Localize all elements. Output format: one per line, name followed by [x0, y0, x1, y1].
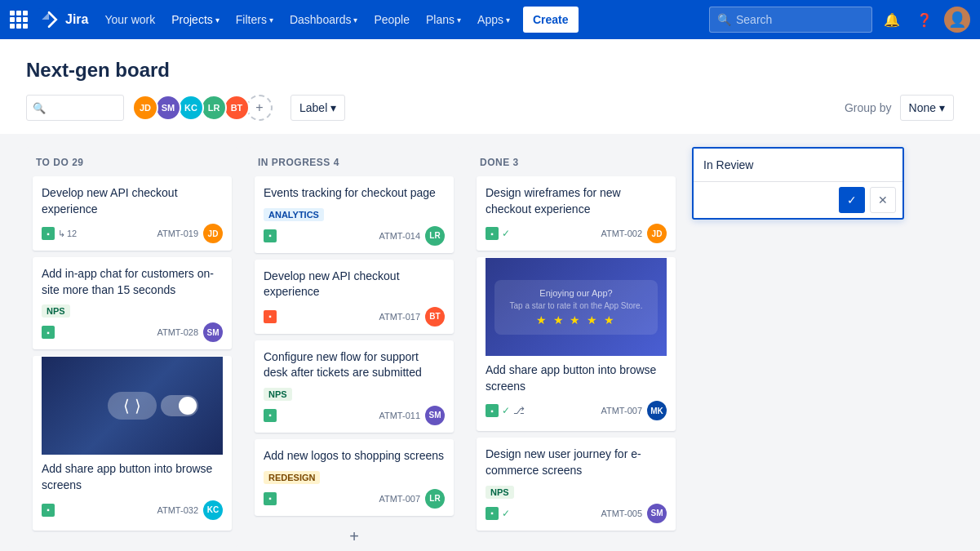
- card-design-journey[interactable]: Design new user journey for e-commerce s…: [477, 438, 676, 530]
- story-icon: ▪: [42, 326, 55, 339]
- avatar-4[interactable]: LR: [201, 95, 227, 121]
- confirm-column-button[interactable]: ✓: [839, 187, 865, 213]
- plans-nav[interactable]: Plans ▾: [419, 0, 468, 39]
- cancel-column-button[interactable]: ✕: [870, 187, 896, 213]
- search-icon: 🔍: [717, 13, 731, 26]
- board-header: Next-gen board 🔍 JD SM KC LR BT + Label …: [0, 39, 980, 134]
- help-button[interactable]: ❓: [911, 7, 938, 33]
- card-title: Develop new API checkout experience: [264, 269, 445, 300]
- card-footer: ▪ ATMT-028 SM: [42, 322, 223, 342]
- filters-chevron: ▾: [269, 16, 273, 24]
- card-icons: ▪ ✓: [486, 227, 510, 240]
- groupby-label: Group by: [845, 101, 892, 114]
- filter-search-wrap: 🔍: [26, 95, 124, 121]
- board-body: TO DO 29 Develop new API checkout experi…: [0, 134, 980, 551]
- card-title: Add new logos to shopping screens: [264, 448, 445, 464]
- board-toolbar: 🔍 JD SM KC LR BT + Label ▾ Group by None…: [26, 95, 954, 121]
- tag-redesign: REDESIGN: [264, 471, 320, 484]
- card-footer: ▪ ATMT-014 LR: [264, 226, 445, 246]
- card-configure-flow[interactable]: Configure new flow for support desk afte…: [255, 340, 454, 433]
- card-avatar: SM: [647, 504, 667, 523]
- card-share-app-todo[interactable]: ⟨ ⟩ Add share app button into browse scr…: [33, 356, 232, 530]
- card-icons: ▪ ✓: [486, 507, 510, 520]
- card-title: Events tracking for checkout page: [264, 185, 445, 202]
- card-footer: ▪ ✓ ⎇ ATMT-007 MK: [486, 401, 667, 420]
- column-inprogress: IN PROGRESS 4 Events tracking for checko…: [248, 147, 460, 551]
- card-id: ATMT-007: [379, 494, 420, 504]
- card-id: ATMT-017: [379, 312, 420, 322]
- add-member-button[interactable]: +: [246, 95, 273, 121]
- inreview-actions: ✓ ✕: [694, 181, 902, 218]
- card-events-tracking[interactable]: Events tracking for checkout page ANALYT…: [255, 176, 454, 253]
- tag-analytics: ANALYTICS: [264, 208, 324, 221]
- card-footer: ▪ ↳ 12 ATMT-019 JD: [42, 224, 223, 243]
- card-title: Design new user journey for e-commerce s…: [486, 447, 667, 478]
- card-add-logos[interactable]: Add new logos to shopping screens REDESI…: [255, 439, 454, 516]
- branch-icon: ⎇: [513, 405, 525, 416]
- card-title: Design wireframes for new checkout exper…: [486, 185, 667, 217]
- search-input[interactable]: [709, 7, 872, 33]
- apps-nav[interactable]: Apps ▾: [471, 0, 517, 39]
- card-icons: ▪ ✓ ⎇: [486, 404, 525, 417]
- card-avatar: BT: [425, 307, 445, 327]
- label-filter-button[interactable]: Label ▾: [290, 95, 345, 121]
- avatar-2[interactable]: SM: [155, 95, 181, 121]
- member-avatars: JD SM KC LR BT +: [132, 95, 273, 121]
- story-icon-red: ▪: [264, 310, 277, 323]
- card-icons: ▪ ↳ 12: [42, 227, 77, 240]
- card-title: Add share app button into browse screens: [42, 461, 223, 493]
- logo-text: Jira: [65, 12, 88, 27]
- column-name-input[interactable]: [694, 149, 902, 181]
- card-id: ATMT-007: [601, 406, 642, 415]
- card-image-appstore: Enjoying our App? Tap a star to rate it …: [486, 258, 667, 356]
- create-button[interactable]: Create: [523, 7, 579, 33]
- dashboards-nav[interactable]: Dashboards ▾: [283, 0, 365, 39]
- card-avatar: SM: [425, 406, 445, 425]
- card-avatar: SM: [203, 322, 223, 342]
- star-rating: ★ ★ ★ ★ ★: [536, 313, 617, 327]
- card-title: Add share app button into browse screens: [486, 362, 667, 394]
- tag-nps: NPS: [486, 486, 514, 499]
- card-share-app-done[interactable]: Enjoying our App? Tap a star to rate it …: [477, 257, 676, 431]
- filters-nav[interactable]: Filters ▾: [229, 0, 280, 39]
- your-work-nav[interactable]: Your work: [98, 0, 162, 39]
- share-icon: ⟨ ⟩: [108, 392, 157, 420]
- card-avatar: KC: [203, 500, 223, 520]
- search-wrapper: 🔍: [709, 7, 872, 33]
- column-inreview: ✓ ✕: [692, 147, 904, 220]
- label-chevron: ▾: [330, 101, 336, 114]
- subtask-count: ↳ 12: [58, 229, 77, 239]
- card-tags: ANALYTICS: [264, 208, 445, 221]
- check-icon: ✓: [502, 228, 510, 239]
- avatar-1[interactable]: JD: [132, 95, 158, 121]
- story-icon: ▪: [264, 229, 277, 242]
- waffle-icon[interactable]: [10, 11, 28, 29]
- story-icon: ▪: [264, 409, 277, 422]
- groupby-button[interactable]: None ▾: [900, 95, 954, 121]
- jira-logo[interactable]: Jira: [38, 8, 88, 31]
- card-avatar: LR: [425, 226, 445, 246]
- people-nav[interactable]: People: [367, 0, 416, 39]
- card-id: ATMT-005: [601, 509, 642, 518]
- notifications-button[interactable]: 🔔: [879, 7, 905, 33]
- card-develop-api-ip[interactable]: Develop new API checkout experience ▪ AT…: [255, 260, 454, 334]
- card-image: ⟨ ⟩: [42, 357, 223, 455]
- projects-nav[interactable]: Projects ▾: [165, 0, 226, 39]
- projects-chevron: ▾: [215, 16, 220, 24]
- user-avatar[interactable]: 👤: [944, 7, 970, 33]
- card-footer: ▪ ✓ ATMT-005 SM: [486, 504, 667, 523]
- avatar-5[interactable]: BT: [224, 95, 250, 121]
- card-id: ATMT-002: [601, 229, 642, 238]
- card-design-wireframes[interactable]: Design wireframes for new checkout exper…: [477, 176, 676, 251]
- card-id: ATMT-019: [157, 229, 198, 238]
- avatar-3[interactable]: KC: [178, 95, 204, 121]
- card-tags: REDESIGN: [264, 471, 445, 484]
- card-footer: ▪ ATMT-011 SM: [264, 406, 445, 425]
- card-in-app-chat[interactable]: Add in-app chat for customers on-site mo…: [33, 257, 232, 349]
- story-icon: ▪: [486, 507, 499, 520]
- card-id: ATMT-014: [379, 231, 420, 241]
- card-develop-api[interactable]: Develop new API checkout experience ▪ ↳ …: [33, 176, 232, 251]
- card-footer: ▪ ATMT-007 LR: [264, 489, 445, 509]
- add-card-inprogress-button[interactable]: +: [255, 522, 454, 551]
- dashboards-chevron: ▾: [353, 16, 357, 24]
